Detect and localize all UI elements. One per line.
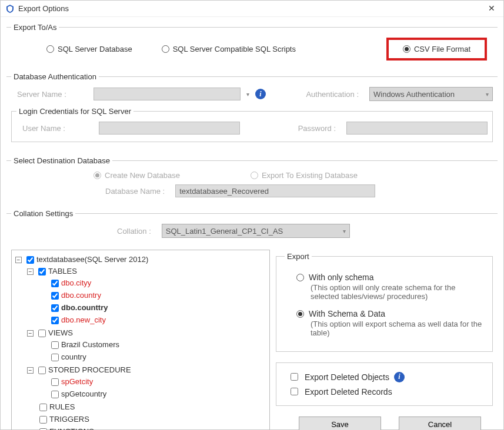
sql-scripts-radio[interactable]: SQL Server Compatible SQL Scripts xyxy=(162,45,296,53)
csv-radio[interactable]: CSV File Format xyxy=(403,45,470,53)
tree-views[interactable]: −VIEWS Brazil Customers country xyxy=(27,327,266,364)
tree-functions[interactable]: FUNCTIONS xyxy=(27,426,266,430)
tree-checkbox[interactable] xyxy=(51,391,59,398)
tree-checkbox[interactable] xyxy=(38,330,46,337)
views-label: VIEWS xyxy=(48,328,73,337)
password-label: Password : xyxy=(282,124,341,133)
radio-icon xyxy=(46,45,54,53)
view-label: country xyxy=(61,352,86,361)
radio-icon xyxy=(251,172,258,179)
csv-label: CSV File Format xyxy=(414,45,470,53)
titlebar: Export Options ✕ xyxy=(1,1,503,17)
close-button[interactable]: ✕ xyxy=(485,2,499,16)
tree-checkbox[interactable] xyxy=(26,256,34,264)
radio-icon xyxy=(296,274,304,281)
login-creds-fieldset: Login Credentials for SQL Server User Na… xyxy=(11,107,493,142)
sp-label: STORED PROCEDURE xyxy=(48,365,131,374)
tree-view-item[interactable]: Brazil Customers xyxy=(39,339,266,351)
csv-highlight: CSV File Format xyxy=(386,38,487,61)
tree-root-label: textdatabasee(SQL Server 2012) xyxy=(36,255,148,264)
only-schema-block: With only schema (This option will only … xyxy=(296,273,484,301)
tree-table-item[interactable]: dbo.cityy xyxy=(39,277,266,290)
db-name-input xyxy=(175,184,375,197)
tree-checkbox[interactable] xyxy=(51,341,59,349)
tree-view-item[interactable]: country xyxy=(39,351,266,364)
tree-table-item[interactable]: dbo.counttry xyxy=(39,302,266,314)
tree-checkbox[interactable] xyxy=(51,304,59,312)
tree-checkbox[interactable] xyxy=(39,404,47,411)
export-existing-radio: Export To Existing Database xyxy=(251,171,358,180)
lower-panel: −textdatabasee(SQL Server 2012) −TABLES … xyxy=(6,250,498,430)
deleted-options-box: Export Deleted Objects i Export Deleted … xyxy=(276,362,493,406)
window-title: Export Options xyxy=(18,4,485,13)
db-name-row: Database Name : xyxy=(11,182,493,200)
collapse-icon[interactable]: − xyxy=(27,330,34,337)
tree-root[interactable]: −textdatabasee(SQL Server 2012) −TABLES … xyxy=(15,254,266,430)
radio-icon xyxy=(162,45,169,53)
schema-data-desc: (This option will export schema as well … xyxy=(311,320,484,337)
right-column: Export With only schema (This option wil… xyxy=(276,250,493,430)
table-label: dbo.cityy xyxy=(61,278,91,287)
select-dest-fieldset: Select Destination Database Create New D… xyxy=(6,156,498,204)
export-to-fieldset: Export To/As SQL Server Database SQL Ser… xyxy=(6,23,498,68)
export-fieldset: Export With only schema (This option wil… xyxy=(276,252,493,352)
collation-row: Collation : SQL_Latin1_General_CP1_CI_AS… xyxy=(11,221,493,240)
tree-checkbox[interactable] xyxy=(51,280,59,287)
tree-checkbox[interactable] xyxy=(51,354,59,361)
export-deleted-objects-row: Export Deleted Objects i xyxy=(288,371,486,382)
db-auth-legend: Database Authentication xyxy=(11,72,99,81)
tree-checkbox[interactable] xyxy=(51,378,59,386)
schema-data-block: With Schema & Data (This option will exp… xyxy=(296,309,484,337)
login-row: User Name : Password : xyxy=(16,119,488,137)
info-icon[interactable]: i xyxy=(394,372,405,382)
table-label: dbo.country xyxy=(61,291,101,300)
collapse-icon[interactable]: − xyxy=(15,257,22,263)
collation-value: SQL_Latin1_General_CP1_CI_AS xyxy=(166,227,283,236)
tree-triggers[interactable]: TRIGGERS xyxy=(27,414,266,426)
sql-server-db-radio[interactable]: SQL Server Database xyxy=(46,45,132,53)
tree-sp-item[interactable]: spGetcity xyxy=(39,376,266,388)
tree-sp-item[interactable]: spGetcountry xyxy=(39,388,266,401)
collapse-icon[interactable]: − xyxy=(27,268,34,275)
tree-checkbox[interactable] xyxy=(51,317,59,324)
window-content: Export To/As SQL Server Database SQL Ser… xyxy=(1,17,503,430)
tree-table-item[interactable]: dbo.new_city xyxy=(39,314,266,327)
tree-table-item[interactable]: dbo.country xyxy=(39,290,266,302)
triggers-label: TRIGGERS xyxy=(49,415,89,424)
schema-data-radio[interactable]: With Schema & Data xyxy=(296,309,484,318)
create-new-db-radio: Create New Database xyxy=(94,171,180,180)
info-icon[interactable]: i xyxy=(255,89,266,99)
login-creds-legend: Login Credentials for SQL Server xyxy=(16,107,133,116)
table-label: dbo.new_city xyxy=(61,315,106,324)
tree-stored-proc[interactable]: −STORED PROCEDURE spGetcity spGetcountry xyxy=(27,364,266,401)
cancel-button[interactable]: Cancel xyxy=(399,416,481,430)
save-button[interactable]: Save xyxy=(299,416,381,430)
tree-checkbox[interactable] xyxy=(38,367,46,374)
tables-label: TABLES xyxy=(48,267,77,276)
db-name-label: Database Name : xyxy=(105,187,169,196)
schema-data-label: With Schema & Data xyxy=(309,309,385,318)
tree-rules[interactable]: RULES xyxy=(27,401,266,414)
collapse-icon[interactable]: − xyxy=(27,367,34,374)
select-dest-legend: Select Destination Database xyxy=(11,156,112,165)
export-deleted-records-checkbox[interactable] xyxy=(291,388,298,395)
view-label: Brazil Customers xyxy=(61,340,119,349)
export-to-legend: Export To/As xyxy=(11,23,59,32)
only-schema-label: With only schema xyxy=(309,273,373,282)
object-tree[interactable]: −textdatabasee(SQL Server 2012) −TABLES … xyxy=(11,250,270,430)
tree-tables[interactable]: −TABLES dbo.cityy dbo.country dbo.countt… xyxy=(27,266,266,327)
collation-fieldset: Collation Settings Collation : SQL_Latin… xyxy=(6,209,498,245)
radio-icon xyxy=(94,172,101,179)
collation-legend: Collation Settings xyxy=(11,209,75,218)
dropdown-icon: ▾ xyxy=(246,91,249,98)
export-deleted-objects-checkbox[interactable] xyxy=(291,373,298,381)
authentication-value: Windows Authentication xyxy=(373,90,455,99)
create-new-db-label: Create New Database xyxy=(105,171,180,180)
only-schema-radio[interactable]: With only schema xyxy=(296,273,484,282)
collation-select: SQL_Latin1_General_CP1_CI_AS ▾ xyxy=(162,224,350,238)
tree-checkbox[interactable] xyxy=(39,416,47,424)
rules-label: RULES xyxy=(49,402,75,411)
export-deleted-records-row: Export Deleted Records xyxy=(288,386,486,397)
tree-checkbox[interactable] xyxy=(51,292,59,300)
tree-checkbox[interactable] xyxy=(38,268,46,276)
